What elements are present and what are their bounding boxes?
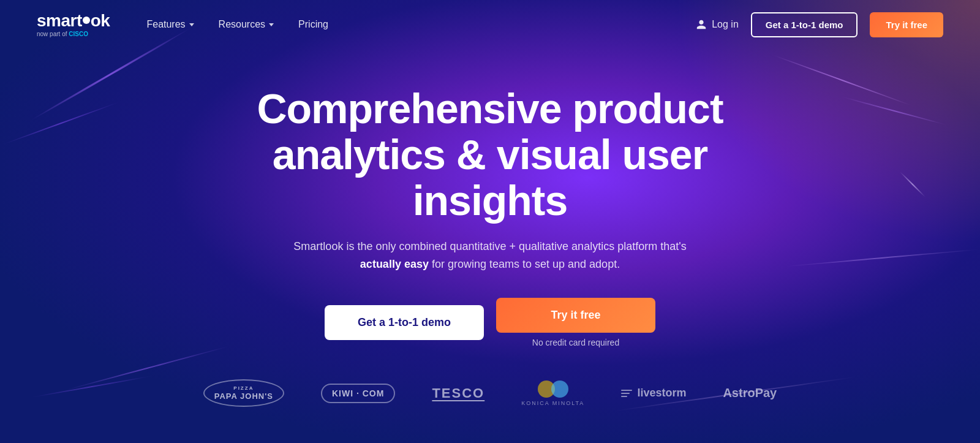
logo-konica-minolta: KONICA MINOLTA (521, 381, 584, 406)
features-chevron-icon (189, 23, 194, 26)
resources-label: Resources (219, 19, 265, 30)
features-label: Features (146, 19, 185, 30)
logos-section: PIZZA PAPA JOHN'S KIWI · COM TESCO KONIC… (0, 355, 980, 407)
livestorm-lines-icon (621, 390, 632, 397)
logo-papajohns: PIZZA PAPA JOHN'S (203, 379, 284, 407)
resources-chevron-icon (269, 23, 274, 26)
hero-demo-button[interactable]: Get a 1-to-1 demo (325, 305, 484, 340)
papajohns-logo: PIZZA PAPA JOHN'S (203, 379, 284, 407)
konica-text: KONICA MINOLTA (521, 400, 584, 406)
logo-tesco: TESCO (432, 385, 484, 401)
hero-title-line1: Comprehensive product (257, 85, 723, 132)
tesco-logo: TESCO (432, 385, 484, 401)
logo-astropay: AstroPay (723, 386, 777, 400)
hero-title: Comprehensive product analytics & visual… (214, 86, 766, 223)
nav-resources[interactable]: Resources (219, 19, 274, 30)
nav-links: Features Resources Pricing (146, 19, 696, 30)
nav-features[interactable]: Features (146, 19, 194, 30)
pricing-label: Pricing (298, 19, 328, 30)
konica-circles-icon (538, 381, 568, 398)
nav-demo-button[interactable]: Get a 1-to-1 demo (751, 12, 858, 37)
hero-cta: Get a 1-to-1 demo Try it free No credit … (325, 298, 655, 355)
hero-subtitle-plain1: Smartlook is the only combined quantitat… (293, 240, 686, 252)
logo-livestorm: livestorm (621, 387, 686, 399)
user-icon (696, 19, 707, 30)
logo-area[interactable]: smartok now part of CISCO (37, 12, 110, 37)
no-credit-card-text: No credit card required (532, 338, 619, 347)
cisco-tagline: now part of CISCO (37, 31, 88, 37)
hero-buttons: Get a 1-to-1 demo Try it free No credit … (325, 298, 655, 347)
livestorm-text: livestorm (637, 387, 686, 399)
login-link[interactable]: Log in (696, 19, 739, 30)
nav-right: Log in Get a 1-to-1 demo Try it free (696, 12, 943, 37)
hero-try-free-button[interactable]: Try it free (496, 298, 655, 333)
nav-pricing[interactable]: Pricing (298, 19, 328, 30)
hero-title-line2: analytics & visual user insights (273, 131, 707, 224)
hero-subtitle-plain2: for growing teams to set up and adopt. (432, 258, 620, 270)
nav-try-free-button[interactable]: Try it free (870, 12, 943, 37)
hero-subtitle: Smartlook is the only combined quantitat… (282, 238, 698, 273)
login-label: Log in (712, 19, 739, 30)
brand-logo: smartok (37, 12, 110, 29)
astropay-text: AstroPay (723, 386, 777, 399)
logo-kiwi: KIWI · COM (321, 384, 395, 403)
navigation: smartok now part of CISCO Features Resou… (0, 0, 980, 49)
kiwi-logo: KIWI · COM (321, 384, 395, 403)
hero-subtitle-bold: actually easy (360, 258, 429, 270)
try-free-wrapper: Try it free No credit card required (496, 298, 655, 347)
hero-section: Comprehensive product analytics & visual… (0, 49, 980, 355)
